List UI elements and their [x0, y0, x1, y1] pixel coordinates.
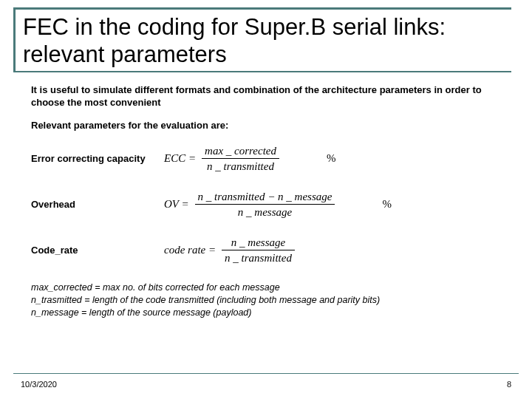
param-ecc: Error correcting capacity ECC = max _ co… — [31, 144, 505, 174]
footer-rule — [13, 373, 519, 374]
param-cr: Code_rate code rate = n _ message n _ tr… — [31, 236, 505, 265]
cr-lhs: code rate = — [164, 244, 216, 256]
ecc-den: n _ transmitted — [204, 160, 277, 173]
formula-ov: OV = n _ transmitted − n _ message n _ m… — [164, 190, 392, 219]
ecc-num: max _ corrected — [202, 144, 279, 157]
def-n-message: n_message = length of the source message… — [31, 307, 505, 319]
slide-body: It is useful to simulate different forma… — [21, 84, 511, 318]
ov-num: n _ transmitted − n _ message — [195, 190, 335, 203]
param-ov-label: Overhead — [31, 199, 164, 210]
ov-fraction: n _ transmitted − n _ message n _ messag… — [195, 190, 335, 219]
subhead-text: Relevant parameters for the evaluation a… — [31, 120, 505, 131]
cr-fraction: n _ message n _ transmitted — [222, 236, 295, 265]
fraction-bar — [195, 204, 335, 205]
footer-date: 10/3/2020 — [21, 380, 57, 389]
title-block: FEC in the coding for Super.B serial lin… — [13, 7, 511, 72]
ecc-fraction: max _ corrected n _ transmitted — [202, 144, 279, 173]
slide-title: FEC in the coding for Super.B serial lin… — [23, 14, 511, 68]
param-cr-label: Code_rate — [31, 245, 164, 256]
ecc-lhs: ECC = — [164, 152, 196, 165]
ecc-pct: % — [327, 152, 336, 165]
ov-pct: % — [382, 198, 392, 211]
formula-cr: code rate = n _ message n _ transmitted — [164, 236, 342, 265]
def-n-transmitted: n_trasmitted = length of the code transm… — [31, 294, 505, 307]
fraction-bar — [222, 250, 295, 250]
footer-page: 8 — [507, 380, 511, 389]
footer: 10/3/2020 8 — [21, 380, 511, 389]
ov-lhs: OV = — [164, 198, 189, 211]
intro-text: It is useful to simulate different forma… — [31, 84, 505, 109]
ov-den: n _ message — [235, 205, 295, 219]
formula-ecc: ECC = max _ corrected n _ transmitted % — [164, 144, 335, 173]
param-ov: Overhead OV = n _ transmitted − n _ mess… — [31, 190, 505, 219]
slide: FEC in the coding for Super.B serial lin… — [0, 0, 532, 399]
fraction-bar — [202, 158, 279, 159]
param-ecc-label: Error correcting capacity — [31, 153, 164, 164]
cr-den: n _ transmitted — [222, 251, 295, 265]
def-max-corrected: max_corrected = max no. of bits correcte… — [31, 282, 505, 294]
cr-num: n _ message — [228, 236, 288, 249]
definitions: max_corrected = max no. of bits correcte… — [31, 282, 505, 319]
